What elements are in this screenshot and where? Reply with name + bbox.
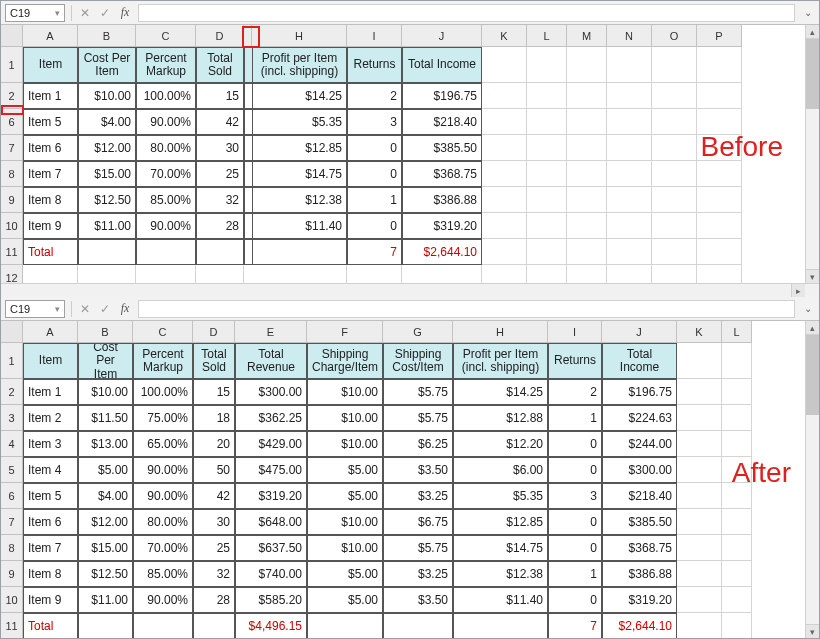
- empty-cell[interactable]: [23, 265, 78, 283]
- col-head[interactable]: I: [548, 321, 602, 343]
- data-cell[interactable]: 0: [548, 457, 602, 483]
- data-cell[interactable]: [482, 83, 527, 109]
- total-cell[interactable]: [652, 239, 697, 265]
- data-cell[interactable]: $362.25: [235, 405, 307, 431]
- row-head[interactable]: 8: [1, 161, 23, 187]
- row-head[interactable]: 8: [1, 535, 23, 561]
- row-head[interactable]: 7: [1, 509, 23, 535]
- data-cell[interactable]: [677, 431, 722, 457]
- data-cell[interactable]: $368.75: [602, 535, 677, 561]
- data-cell[interactable]: $5.00: [78, 457, 133, 483]
- col-head[interactable]: O: [652, 25, 697, 47]
- data-cell[interactable]: [527, 161, 567, 187]
- data-cell[interactable]: [677, 457, 722, 483]
- data-cell[interactable]: [677, 379, 722, 405]
- data-cell[interactable]: [722, 509, 752, 535]
- data-cell[interactable]: 1: [347, 187, 402, 213]
- row-head[interactable]: 2: [1, 379, 23, 405]
- data-cell[interactable]: [567, 135, 607, 161]
- data-cell[interactable]: [677, 483, 722, 509]
- data-cell[interactable]: [652, 135, 697, 161]
- data-cell[interactable]: 1: [548, 405, 602, 431]
- col-head[interactable]: I: [347, 25, 402, 47]
- total-cell[interactable]: [567, 239, 607, 265]
- total-cell[interactable]: [78, 239, 136, 265]
- data-cell[interactable]: $6.75: [383, 509, 453, 535]
- before-grid[interactable]: ABCDHIJKLMNOP1ItemCost Per ItemPercent M…: [1, 25, 819, 283]
- data-cell[interactable]: 15: [193, 379, 235, 405]
- fx-icon[interactable]: fx: [118, 301, 132, 316]
- data-cell[interactable]: $218.40: [602, 483, 677, 509]
- data-cell[interactable]: [722, 561, 752, 587]
- data-cell[interactable]: 15: [196, 83, 244, 109]
- data-cell[interactable]: $12.50: [78, 187, 136, 213]
- data-cell[interactable]: 32: [193, 561, 235, 587]
- data-cell[interactable]: Item 9: [23, 213, 78, 239]
- col-head[interactable]: H: [453, 321, 548, 343]
- data-cell[interactable]: $4.00: [78, 483, 133, 509]
- scroll-down-icon[interactable]: ▾: [806, 624, 819, 638]
- data-cell[interactable]: Item 8: [23, 187, 78, 213]
- data-cell[interactable]: $5.75: [383, 379, 453, 405]
- data-cell[interactable]: [482, 187, 527, 213]
- cancel-icon[interactable]: ✕: [78, 302, 92, 316]
- data-cell[interactable]: $385.50: [602, 509, 677, 535]
- data-cell[interactable]: [567, 161, 607, 187]
- data-cell[interactable]: [697, 83, 742, 109]
- data-cell[interactable]: [567, 109, 607, 135]
- col-head[interactable]: H: [252, 25, 347, 47]
- data-cell[interactable]: 18: [193, 405, 235, 431]
- total-cell[interactable]: [136, 239, 196, 265]
- vertical-scrollbar[interactable]: ▴ ▾: [805, 321, 819, 638]
- empty-cell[interactable]: [652, 265, 697, 283]
- total-cell[interactable]: [133, 613, 193, 638]
- data-cell[interactable]: $12.20: [453, 431, 548, 457]
- total-cell[interactable]: [722, 613, 752, 638]
- col-head[interactable]: E: [235, 321, 307, 343]
- header-cell[interactable]: Total Income: [402, 47, 482, 83]
- scroll-up-icon[interactable]: ▴: [806, 321, 819, 335]
- row-head[interactable]: 9: [1, 187, 23, 213]
- data-cell[interactable]: $196.75: [402, 83, 482, 109]
- data-cell[interactable]: $10.00: [78, 83, 136, 109]
- header-cell[interactable]: Percent Markup: [136, 47, 196, 83]
- col-head[interactable]: L: [722, 321, 752, 343]
- row-head[interactable]: 1: [1, 343, 23, 379]
- header-cell[interactable]: Profit per Item (incl. shipping): [252, 47, 347, 83]
- data-cell[interactable]: [677, 587, 722, 613]
- data-cell[interactable]: 90.00%: [133, 457, 193, 483]
- data-cell[interactable]: $14.25: [252, 83, 347, 109]
- data-cell[interactable]: $648.00: [235, 509, 307, 535]
- data-cell[interactable]: [607, 187, 652, 213]
- data-cell[interactable]: 0: [548, 431, 602, 457]
- data-cell[interactable]: $12.50: [78, 561, 133, 587]
- data-cell[interactable]: $11.00: [78, 587, 133, 613]
- col-head[interactable]: C: [136, 25, 196, 47]
- scroll-track[interactable]: [806, 39, 819, 269]
- data-cell[interactable]: [722, 587, 752, 613]
- select-all-corner[interactable]: [1, 25, 23, 47]
- row-head[interactable]: 12: [1, 265, 23, 283]
- name-box-dropdown-icon[interactable]: ▾: [55, 8, 60, 18]
- header-cell[interactable]: Percent Markup: [133, 343, 193, 379]
- after-grid[interactable]: ABCDEFGHIJKL1ItemCost Per ItemPercent Ma…: [1, 321, 819, 638]
- data-cell[interactable]: 2: [548, 379, 602, 405]
- header-cell[interactable]: [697, 47, 742, 83]
- data-cell[interactable]: [677, 561, 722, 587]
- data-cell[interactable]: $10.00: [307, 431, 383, 457]
- data-cell[interactable]: 25: [193, 535, 235, 561]
- header-cell[interactable]: Shipping Charge/Item: [307, 343, 383, 379]
- data-cell[interactable]: 80.00%: [133, 509, 193, 535]
- data-cell[interactable]: $319.20: [602, 587, 677, 613]
- data-cell[interactable]: 0: [548, 535, 602, 561]
- data-cell[interactable]: $319.20: [235, 483, 307, 509]
- header-cell[interactable]: Total Revenue: [235, 343, 307, 379]
- col-head[interactable]: J: [602, 321, 677, 343]
- data-cell[interactable]: [722, 405, 752, 431]
- data-cell[interactable]: $3.25: [383, 561, 453, 587]
- data-cell[interactable]: Item 5: [23, 483, 78, 509]
- data-cell[interactable]: $12.88: [453, 405, 548, 431]
- expand-formula-bar-icon[interactable]: ⌄: [801, 6, 815, 20]
- total-cell[interactable]: $2,644.10: [602, 613, 677, 638]
- total-cell[interactable]: $4,496.15: [235, 613, 307, 638]
